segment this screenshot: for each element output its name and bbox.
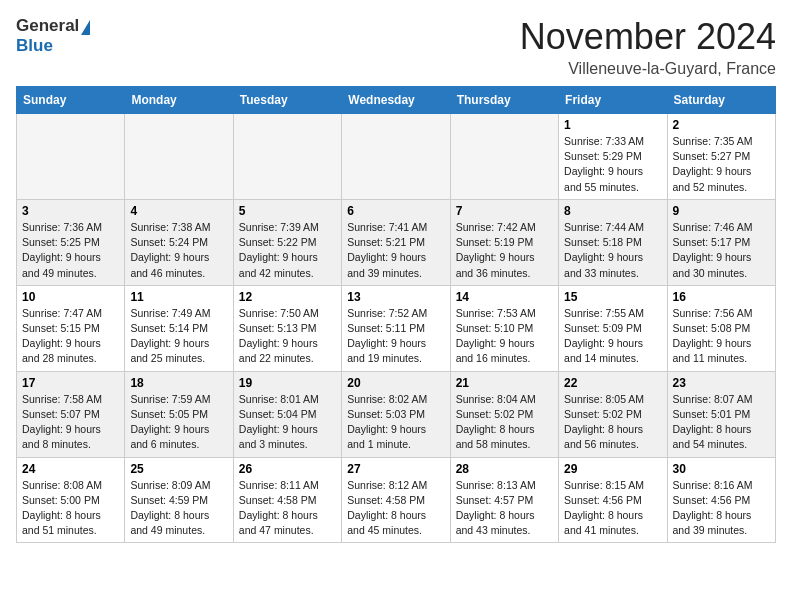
day-info: Sunrise: 8:15 AM Sunset: 4:56 PM Dayligh… <box>564 478 661 539</box>
day-number: 23 <box>673 376 770 390</box>
day-info: Sunrise: 7:42 AM Sunset: 5:19 PM Dayligh… <box>456 220 553 281</box>
day-number: 8 <box>564 204 661 218</box>
day-number: 12 <box>239 290 336 304</box>
calendar-cell: 24Sunrise: 8:08 AM Sunset: 5:00 PM Dayli… <box>17 457 125 543</box>
day-info: Sunrise: 7:58 AM Sunset: 5:07 PM Dayligh… <box>22 392 119 453</box>
calendar-cell: 23Sunrise: 8:07 AM Sunset: 5:01 PM Dayli… <box>667 371 775 457</box>
day-info: Sunrise: 7:59 AM Sunset: 5:05 PM Dayligh… <box>130 392 227 453</box>
day-number: 22 <box>564 376 661 390</box>
calendar-cell: 28Sunrise: 8:13 AM Sunset: 4:57 PM Dayli… <box>450 457 558 543</box>
calendar-cell <box>450 114 558 200</box>
day-info: Sunrise: 8:05 AM Sunset: 5:02 PM Dayligh… <box>564 392 661 453</box>
day-number: 10 <box>22 290 119 304</box>
day-number: 28 <box>456 462 553 476</box>
day-number: 15 <box>564 290 661 304</box>
weekday-header: Wednesday <box>342 87 450 114</box>
calendar-cell: 27Sunrise: 8:12 AM Sunset: 4:58 PM Dayli… <box>342 457 450 543</box>
day-number: 7 <box>456 204 553 218</box>
calendar-cell: 26Sunrise: 8:11 AM Sunset: 4:58 PM Dayli… <box>233 457 341 543</box>
day-number: 5 <box>239 204 336 218</box>
calendar-table: SundayMondayTuesdayWednesdayThursdayFrid… <box>16 86 776 543</box>
weekday-header: Monday <box>125 87 233 114</box>
logo-general: General <box>16 16 79 35</box>
calendar-cell: 30Sunrise: 8:16 AM Sunset: 4:56 PM Dayli… <box>667 457 775 543</box>
day-info: Sunrise: 7:56 AM Sunset: 5:08 PM Dayligh… <box>673 306 770 367</box>
calendar-cell: 25Sunrise: 8:09 AM Sunset: 4:59 PM Dayli… <box>125 457 233 543</box>
day-number: 19 <box>239 376 336 390</box>
calendar-cell: 29Sunrise: 8:15 AM Sunset: 4:56 PM Dayli… <box>559 457 667 543</box>
title-block: November 2024 Villeneuve-la-Guyard, Fran… <box>520 16 776 78</box>
day-info: Sunrise: 7:55 AM Sunset: 5:09 PM Dayligh… <box>564 306 661 367</box>
logo-triangle-icon <box>81 20 90 35</box>
day-info: Sunrise: 8:08 AM Sunset: 5:00 PM Dayligh… <box>22 478 119 539</box>
day-number: 11 <box>130 290 227 304</box>
day-number: 25 <box>130 462 227 476</box>
calendar-cell: 1Sunrise: 7:33 AM Sunset: 5:29 PM Daylig… <box>559 114 667 200</box>
calendar-cell: 4Sunrise: 7:38 AM Sunset: 5:24 PM Daylig… <box>125 199 233 285</box>
weekday-header: Saturday <box>667 87 775 114</box>
day-info: Sunrise: 8:09 AM Sunset: 4:59 PM Dayligh… <box>130 478 227 539</box>
day-info: Sunrise: 7:47 AM Sunset: 5:15 PM Dayligh… <box>22 306 119 367</box>
calendar-cell: 8Sunrise: 7:44 AM Sunset: 5:18 PM Daylig… <box>559 199 667 285</box>
day-info: Sunrise: 8:07 AM Sunset: 5:01 PM Dayligh… <box>673 392 770 453</box>
day-number: 30 <box>673 462 770 476</box>
day-info: Sunrise: 7:33 AM Sunset: 5:29 PM Dayligh… <box>564 134 661 195</box>
day-info: Sunrise: 8:13 AM Sunset: 4:57 PM Dayligh… <box>456 478 553 539</box>
day-number: 26 <box>239 462 336 476</box>
day-info: Sunrise: 8:01 AM Sunset: 5:04 PM Dayligh… <box>239 392 336 453</box>
calendar-week-row: 1Sunrise: 7:33 AM Sunset: 5:29 PM Daylig… <box>17 114 776 200</box>
day-number: 29 <box>564 462 661 476</box>
calendar-cell: 17Sunrise: 7:58 AM Sunset: 5:07 PM Dayli… <box>17 371 125 457</box>
day-number: 4 <box>130 204 227 218</box>
day-number: 17 <box>22 376 119 390</box>
month-title: November 2024 <box>520 16 776 58</box>
day-number: 6 <box>347 204 444 218</box>
calendar-cell: 19Sunrise: 8:01 AM Sunset: 5:04 PM Dayli… <box>233 371 341 457</box>
calendar-cell: 16Sunrise: 7:56 AM Sunset: 5:08 PM Dayli… <box>667 285 775 371</box>
day-info: Sunrise: 7:36 AM Sunset: 5:25 PM Dayligh… <box>22 220 119 281</box>
day-info: Sunrise: 8:04 AM Sunset: 5:02 PM Dayligh… <box>456 392 553 453</box>
day-info: Sunrise: 7:44 AM Sunset: 5:18 PM Dayligh… <box>564 220 661 281</box>
day-info: Sunrise: 8:12 AM Sunset: 4:58 PM Dayligh… <box>347 478 444 539</box>
day-number: 24 <box>22 462 119 476</box>
location: Villeneuve-la-Guyard, France <box>520 60 776 78</box>
day-info: Sunrise: 7:50 AM Sunset: 5:13 PM Dayligh… <box>239 306 336 367</box>
calendar-cell: 5Sunrise: 7:39 AM Sunset: 5:22 PM Daylig… <box>233 199 341 285</box>
calendar-header-row: SundayMondayTuesdayWednesdayThursdayFrid… <box>17 87 776 114</box>
day-number: 3 <box>22 204 119 218</box>
day-info: Sunrise: 7:35 AM Sunset: 5:27 PM Dayligh… <box>673 134 770 195</box>
day-number: 18 <box>130 376 227 390</box>
calendar-cell: 13Sunrise: 7:52 AM Sunset: 5:11 PM Dayli… <box>342 285 450 371</box>
day-info: Sunrise: 7:39 AM Sunset: 5:22 PM Dayligh… <box>239 220 336 281</box>
day-info: Sunrise: 8:11 AM Sunset: 4:58 PM Dayligh… <box>239 478 336 539</box>
calendar-cell <box>342 114 450 200</box>
calendar-cell: 11Sunrise: 7:49 AM Sunset: 5:14 PM Dayli… <box>125 285 233 371</box>
calendar-cell: 10Sunrise: 7:47 AM Sunset: 5:15 PM Dayli… <box>17 285 125 371</box>
day-number: 2 <box>673 118 770 132</box>
logo: General Blue <box>16 16 90 57</box>
calendar-week-row: 3Sunrise: 7:36 AM Sunset: 5:25 PM Daylig… <box>17 199 776 285</box>
day-number: 9 <box>673 204 770 218</box>
day-number: 20 <box>347 376 444 390</box>
calendar-cell: 9Sunrise: 7:46 AM Sunset: 5:17 PM Daylig… <box>667 199 775 285</box>
weekday-header: Sunday <box>17 87 125 114</box>
calendar-cell: 22Sunrise: 8:05 AM Sunset: 5:02 PM Dayli… <box>559 371 667 457</box>
calendar-week-row: 17Sunrise: 7:58 AM Sunset: 5:07 PM Dayli… <box>17 371 776 457</box>
calendar-cell: 7Sunrise: 7:42 AM Sunset: 5:19 PM Daylig… <box>450 199 558 285</box>
day-info: Sunrise: 7:53 AM Sunset: 5:10 PM Dayligh… <box>456 306 553 367</box>
calendar-cell: 15Sunrise: 7:55 AM Sunset: 5:09 PM Dayli… <box>559 285 667 371</box>
logo-blue: Blue <box>16 36 53 55</box>
weekday-header: Thursday <box>450 87 558 114</box>
day-number: 21 <box>456 376 553 390</box>
calendar-cell <box>233 114 341 200</box>
calendar-cell: 14Sunrise: 7:53 AM Sunset: 5:10 PM Dayli… <box>450 285 558 371</box>
calendar-cell: 20Sunrise: 8:02 AM Sunset: 5:03 PM Dayli… <box>342 371 450 457</box>
day-number: 27 <box>347 462 444 476</box>
calendar-cell: 18Sunrise: 7:59 AM Sunset: 5:05 PM Dayli… <box>125 371 233 457</box>
weekday-header: Tuesday <box>233 87 341 114</box>
day-info: Sunrise: 7:46 AM Sunset: 5:17 PM Dayligh… <box>673 220 770 281</box>
calendar-week-row: 10Sunrise: 7:47 AM Sunset: 5:15 PM Dayli… <box>17 285 776 371</box>
calendar-cell <box>17 114 125 200</box>
calendar-week-row: 24Sunrise: 8:08 AM Sunset: 5:00 PM Dayli… <box>17 457 776 543</box>
weekday-header: Friday <box>559 87 667 114</box>
